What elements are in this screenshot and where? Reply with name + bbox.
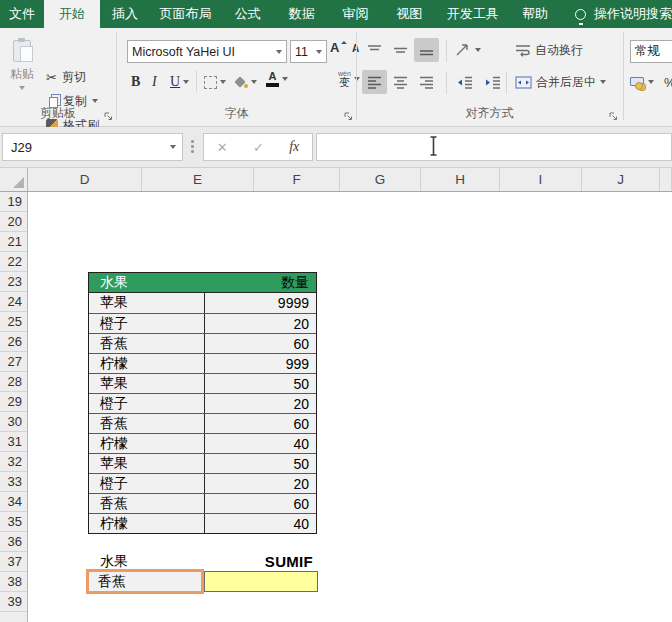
row-header[interactable]: 24 xyxy=(0,292,27,312)
row-header[interactable]: 32 xyxy=(0,452,27,472)
align-bottom-button[interactable] xyxy=(414,38,439,62)
cells-canvas[interactable]: 水果 数量 苹果9999 橙子20 香蕉60 柠檬999 苹果50 橙子20 香… xyxy=(28,192,672,622)
qty-cell[interactable]: 60 xyxy=(204,494,315,513)
column-header-e[interactable]: E xyxy=(142,168,254,191)
font-color-button[interactable]: A xyxy=(266,69,288,89)
borders-button[interactable] xyxy=(204,72,226,92)
tab-file[interactable]: 文件 xyxy=(0,0,44,28)
row-header[interactable]: 39 xyxy=(0,592,27,612)
fruit-cell[interactable]: 苹果 xyxy=(89,454,204,473)
row-header[interactable]: 31 xyxy=(0,432,27,452)
fruit-cell[interactable]: 苹果 xyxy=(89,293,204,313)
tab-formulas[interactable]: 公式 xyxy=(221,0,275,28)
fruit-cell[interactable]: 香蕉 xyxy=(89,334,204,353)
row-header[interactable]: 21 xyxy=(0,232,27,252)
align-center-button[interactable] xyxy=(388,70,413,94)
formula-bar-grip[interactable] xyxy=(191,140,194,154)
alignment-dialog-launcher[interactable] xyxy=(609,112,618,121)
header-cell-qty[interactable]: 数量 xyxy=(204,273,315,292)
fruit-cell[interactable]: 香蕉 xyxy=(89,414,204,433)
fruit-cell[interactable]: 柠檬 xyxy=(89,434,204,453)
fruit-cell[interactable]: 香蕉 xyxy=(89,494,204,513)
column-header-g[interactable]: G xyxy=(340,168,421,191)
qty-cell[interactable]: 20 xyxy=(204,394,315,413)
row-header[interactable]: 28 xyxy=(0,372,27,392)
row-header[interactable]: 20 xyxy=(0,212,27,232)
enter-icon[interactable]: ✓ xyxy=(253,140,264,155)
column-header-j[interactable]: J xyxy=(582,168,660,191)
italic-button[interactable]: I xyxy=(152,72,157,92)
sumif-result-cell[interactable] xyxy=(204,571,318,592)
increase-indent-button[interactable] xyxy=(480,70,505,94)
fill-color-button[interactable] xyxy=(235,72,257,92)
tell-me-search[interactable]: 操作说明搜索 xyxy=(594,0,672,28)
row-header[interactable]: 19 xyxy=(0,192,27,212)
fruit-cell[interactable]: 苹果 xyxy=(89,374,204,393)
row-header[interactable]: 37 xyxy=(0,552,27,572)
clipboard-dialog-launcher[interactable] xyxy=(104,112,113,121)
wrap-text-button[interactable]: 自动换行 xyxy=(512,38,586,62)
column-header-f[interactable]: F xyxy=(254,168,340,191)
cancel-icon[interactable]: ✕ xyxy=(217,140,228,155)
tab-home[interactable]: 开始 xyxy=(44,0,100,28)
orientation-button[interactable] xyxy=(452,38,484,62)
font-name-combo[interactable]: Microsoft YaHei UI xyxy=(127,40,287,63)
row-header[interactable]: 25 xyxy=(0,312,27,332)
tab-developer[interactable]: 开发工具 xyxy=(436,0,509,28)
qty-cell[interactable]: 60 xyxy=(204,414,315,433)
font-dialog-launcher[interactable] xyxy=(344,112,353,121)
cut-button[interactable]: ✂ 剪切 xyxy=(46,67,86,87)
font-size-combo[interactable]: 11 xyxy=(290,40,327,63)
row-header[interactable]: 34 xyxy=(0,492,27,512)
percent-style-button[interactable]: % xyxy=(664,72,672,92)
row-header[interactable]: 38 xyxy=(0,572,27,592)
decrease-indent-button[interactable] xyxy=(452,70,477,94)
row-header[interactable]: 30 xyxy=(0,412,27,432)
tab-insert[interactable]: 插入 xyxy=(100,0,150,28)
formula-input[interactable] xyxy=(316,133,672,161)
fruit-cell[interactable]: 柠檬 xyxy=(89,514,204,533)
header-cell-fruit[interactable]: 水果 xyxy=(89,273,204,292)
merge-center-button[interactable]: 合并后居中 xyxy=(512,70,609,94)
row-header[interactable]: 35 xyxy=(0,512,27,532)
qty-cell[interactable]: 9999 xyxy=(204,293,315,313)
align-right-button[interactable] xyxy=(414,70,439,94)
tab-review[interactable]: 审阅 xyxy=(329,0,383,28)
insert-function-icon[interactable]: fx xyxy=(289,139,299,155)
grow-font-button[interactable]: A xyxy=(330,41,347,61)
sumif-label-cell[interactable]: SUMIF xyxy=(204,551,317,571)
row-header[interactable]: 36 xyxy=(0,532,27,552)
qty-cell[interactable]: 40 xyxy=(204,434,315,453)
tab-view[interactable]: 视图 xyxy=(382,0,436,28)
column-header-d[interactable]: D xyxy=(28,168,142,191)
qty-cell[interactable]: 50 xyxy=(204,454,315,473)
underline-button[interactable]: U xyxy=(170,72,189,92)
qty-cell[interactable]: 60 xyxy=(204,334,315,353)
column-header-i[interactable]: I xyxy=(500,168,582,191)
qty-cell[interactable]: 999 xyxy=(204,354,315,373)
column-header-partial[interactable] xyxy=(660,168,672,191)
fruit-cell[interactable]: 柠檬 xyxy=(89,354,204,373)
qty-cell[interactable]: 20 xyxy=(204,314,315,333)
select-all-corner[interactable] xyxy=(0,168,28,191)
bold-button[interactable]: B xyxy=(131,72,140,92)
column-header-h[interactable]: H xyxy=(421,168,500,191)
row-header-partial[interactable] xyxy=(0,612,27,622)
fruit-picker-cell[interactable]: 香蕉 xyxy=(86,569,204,594)
fruit-cell[interactable]: 橙子 xyxy=(89,314,204,333)
accounting-format-button[interactable] xyxy=(630,72,654,92)
qty-cell[interactable]: 50 xyxy=(204,374,315,393)
align-left-button[interactable] xyxy=(362,70,387,94)
tab-page-layout[interactable]: 页面布局 xyxy=(150,0,221,28)
tab-data[interactable]: 数据 xyxy=(275,0,329,28)
number-format-combo[interactable]: 常规 xyxy=(630,40,672,63)
row-header[interactable]: 22 xyxy=(0,252,27,272)
name-box[interactable]: J29 xyxy=(2,133,183,161)
align-top-button[interactable] xyxy=(362,38,387,62)
row-header[interactable]: 26 xyxy=(0,332,27,352)
row-header[interactable]: 27 xyxy=(0,352,27,372)
fruit-cell[interactable]: 橙子 xyxy=(89,474,204,493)
row-header[interactable]: 29 xyxy=(0,392,27,412)
tab-help[interactable]: 帮助 xyxy=(509,0,561,28)
qty-cell[interactable]: 20 xyxy=(204,474,315,493)
